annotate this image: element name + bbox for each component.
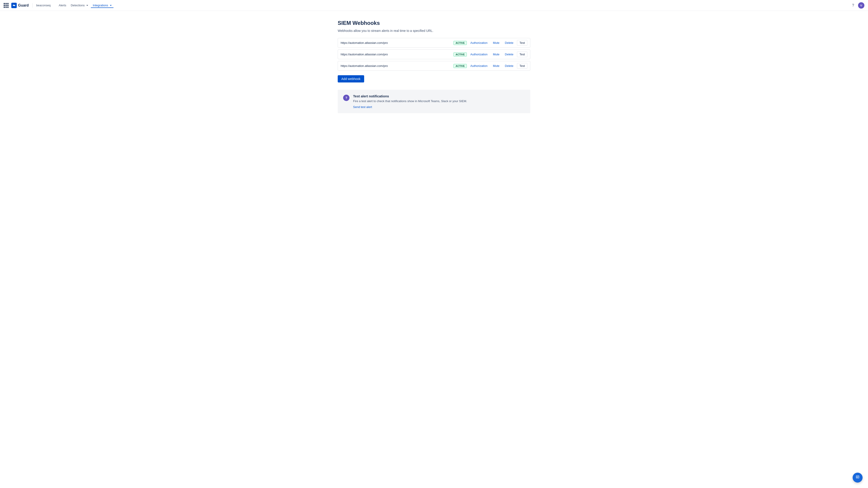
webhook-row: https://automation.atlassian.com/pro ACT… (338, 38, 530, 48)
webhook-test-button-1[interactable]: Test (517, 40, 527, 46)
webhook-mute-button-2[interactable]: Mute (491, 52, 501, 57)
main-content: SIEM Webhooks Webhooks allow you to stre… (332, 11, 536, 122)
help-icon: ? (852, 3, 854, 7)
info-card-description: Fire a test alert to check that notifica… (353, 99, 467, 103)
webhook-mute-button-1[interactable]: Mute (491, 40, 501, 45)
webhook-delete-button-3[interactable]: Delete (503, 63, 515, 68)
integrations-chevron-icon (110, 5, 112, 6)
webhook-mute-button-3[interactable]: Mute (491, 63, 501, 68)
webhook-auth-button-1[interactable]: Authorization (469, 40, 489, 45)
help-button[interactable]: ? (850, 2, 856, 8)
nav-links: Alerts Detections Integrations (57, 3, 114, 8)
send-test-alert-link[interactable]: Send test alert (353, 105, 372, 109)
info-card-content: Test alert notifications Fire a test ale… (353, 94, 467, 109)
webhook-status-3: ACTIVE (454, 64, 467, 68)
webhook-row: https://automation.atlassian.com/pro ACT… (338, 61, 530, 71)
detections-chevron-icon (86, 5, 88, 6)
add-webhook-button[interactable]: Add webhook (338, 75, 364, 83)
info-card-title: Test alert notifications (353, 94, 467, 98)
nav-link-alerts[interactable]: Alerts (57, 3, 68, 8)
webhook-auth-button-3[interactable]: Authorization (469, 63, 489, 68)
navbar: Guard beaconseq Alerts Detections Integr… (0, 0, 868, 11)
webhook-test-button-2[interactable]: Test (517, 52, 527, 57)
nav-separator (32, 3, 33, 8)
webhook-url-3: https://automation.atlassian.com/pro (341, 64, 452, 68)
page-description: Webhooks allow you to stream alerts in r… (338, 29, 530, 33)
webhook-delete-button-1[interactable]: Delete (503, 40, 515, 45)
nav-link-integrations[interactable]: Integrations (91, 3, 114, 8)
navbar-left: Guard beaconseq Alerts Detections Integr… (4, 3, 114, 8)
webhook-auth-button-2[interactable]: Authorization (469, 52, 489, 57)
webhook-row: https://automation.atlassian.com/pro ACT… (338, 50, 530, 59)
avatar-initials: U (860, 4, 862, 7)
nav-tenant[interactable]: beaconseq (36, 4, 51, 7)
apps-menu-icon[interactable] (4, 3, 8, 8)
brand-name: Guard (18, 3, 29, 7)
info-card: ? Test alert notifications Fire a test a… (338, 90, 530, 113)
webhook-url-1: https://automation.atlassian.com/pro (341, 41, 452, 44)
brand-logo[interactable]: Guard (11, 3, 29, 8)
webhook-status-1: ACTIVE (454, 41, 467, 45)
brand-icon (11, 3, 17, 8)
avatar[interactable]: U (858, 2, 864, 8)
info-icon: ? (343, 95, 349, 101)
navbar-right: ? U (850, 2, 864, 8)
webhook-test-button-3[interactable]: Test (517, 63, 527, 69)
webhook-url-2: https://automation.atlassian.com/pro (341, 53, 452, 56)
webhook-delete-button-2[interactable]: Delete (503, 52, 515, 57)
webhook-status-2: ACTIVE (454, 53, 467, 57)
webhook-list: https://automation.atlassian.com/pro ACT… (338, 38, 530, 71)
page-title: SIEM Webhooks (338, 20, 530, 26)
nav-link-detections[interactable]: Detections (69, 3, 90, 8)
